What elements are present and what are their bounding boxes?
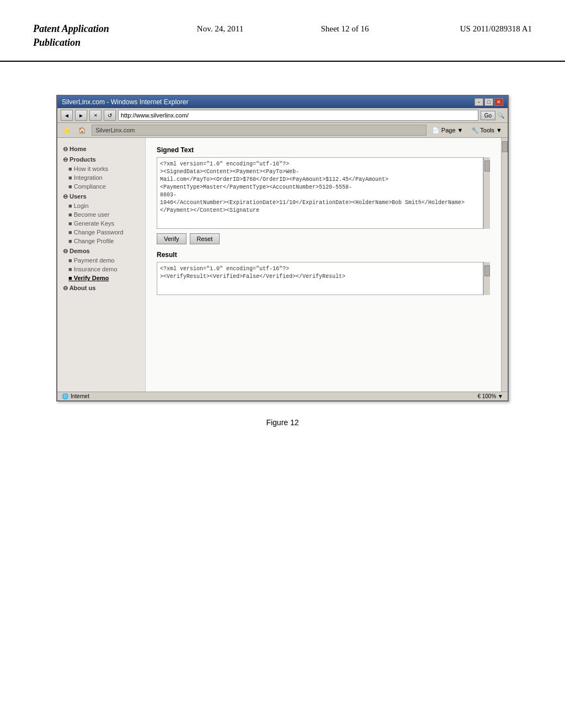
window-controls: − □ ✕ <box>475 98 503 106</box>
sidebar-item-how-it-works[interactable]: ■ How it works <box>57 164 145 173</box>
title-bar: SilverLinx.com - Windows Internet Explor… <box>57 96 508 108</box>
sidebar: ⊖ Home ⊖ Products ■ How it works ■ Integ… <box>57 138 146 392</box>
search-area: 🔍 <box>498 113 504 119</box>
result-text-area[interactable]: <?xml version="1.0" encoding="utf-16"?> … <box>157 262 483 295</box>
sidebar-item-change-profile[interactable]: ■ Change Profile <box>57 237 145 245</box>
sheet-info: Sheet 12 of 16 <box>282 22 407 34</box>
main-content: SilverLinx.com - Windows Internet Explor… <box>0 67 565 438</box>
sidebar-item-compliance[interactable]: ■ Compliance <box>57 182 145 191</box>
favorites-button[interactable]: ⭐ <box>61 126 73 135</box>
page-scroll-thumb[interactable] <box>502 141 508 152</box>
content-panel: Signed Text <?xml version="1.0" encoding… <box>146 138 501 392</box>
sidebar-item-generate-keys[interactable]: ■ Generate Keys <box>57 219 145 228</box>
page-body: ⊖ Home ⊖ Products ■ How it works ■ Integ… <box>57 138 508 392</box>
tab-label[interactable]: SilverLinx.com <box>92 125 427 136</box>
sidebar-section-users[interactable]: ⊖ Users <box>57 191 145 201</box>
scrollbar[interactable] <box>483 157 490 229</box>
sidebar-item-insurance-demo[interactable]: ■ Insurance demo <box>57 265 145 274</box>
status-internet-label: Internet <box>71 393 89 399</box>
back-button[interactable]: ◄ <box>61 110 73 121</box>
sidebar-item-become-user[interactable]: ■ Become user <box>57 210 145 219</box>
reset-button[interactable]: Reset <box>190 233 220 244</box>
minimize-button[interactable]: − <box>475 98 483 106</box>
result-scrollbar[interactable] <box>483 262 490 295</box>
sidebar-item-login[interactable]: ■ Login <box>57 201 145 210</box>
sidebar-item-change-password[interactable]: ■ Change Password <box>57 228 145 237</box>
refresh-button[interactable]: ↺ <box>104 110 116 121</box>
page-menu[interactable]: 📄 Page ▼ <box>430 126 466 135</box>
search-icon: 🔍 <box>498 113 504 119</box>
address-input[interactable] <box>118 110 478 121</box>
home-button[interactable]: 🏠 <box>76 126 88 135</box>
go-button[interactable]: Go <box>481 111 495 120</box>
signed-text-wrapper: <?xml version="1.0" encoding="utf-16"?> … <box>157 157 490 229</box>
sidebar-section-home[interactable]: ⊖ Home <box>57 143 145 154</box>
page-scrollbar[interactable] <box>501 138 508 392</box>
status-right: € 100% ▼ <box>477 393 503 399</box>
status-left: 🌐 Internet <box>62 393 89 399</box>
sidebar-section-about[interactable]: ⊖ About us <box>57 282 145 293</box>
status-bar: 🌐 Internet € 100% ▼ <box>57 392 508 400</box>
sidebar-item-payment-demo[interactable]: ■ Payment demo <box>57 256 145 265</box>
publication-date: Nov. 24, 2011 <box>158 22 282 34</box>
toolbar-row: ⭐ 🏠 SilverLinx.com 📄 Page ▼ 🔧 Tools ▼ <box>57 123 508 138</box>
sidebar-item-verify-demo[interactable]: ■ Verify Demo <box>57 274 145 282</box>
patent-title: Patent Application Publication <box>33 22 158 50</box>
sidebar-section-demos[interactable]: ⊖ Demos <box>57 245 145 256</box>
result-label: Result <box>157 251 490 259</box>
browser-window: SilverLinx.com - Windows Internet Explor… <box>56 95 509 402</box>
sidebar-section-products[interactable]: ⊖ Products <box>57 154 145 164</box>
close-button[interactable]: ✕ <box>494 98 503 106</box>
action-buttons: Verify Reset <box>157 233 490 244</box>
result-wrapper: <?xml version="1.0" encoding="utf-16"?> … <box>157 262 490 295</box>
maximize-button[interactable]: □ <box>484 98 493 106</box>
internet-icon: 🌐 <box>62 393 68 399</box>
figure-caption: Figure 12 <box>266 418 299 427</box>
forward-button[interactable]: ► <box>75 110 87 121</box>
page-header: Patent Application Publication Nov. 24, … <box>0 0 565 62</box>
verify-button[interactable]: Verify <box>157 233 186 244</box>
address-bar-row: ◄ ► ✕ ↺ Go 🔍 <box>57 108 508 123</box>
signed-text-label: Signed Text <box>157 146 490 154</box>
zoom-level[interactable]: € 100% ▼ <box>477 393 503 399</box>
browser-title: SilverLinx.com - Windows Internet Explor… <box>62 98 188 106</box>
patent-number: US 2011/0289318 A1 <box>407 22 532 34</box>
result-scroll-thumb[interactable] <box>484 265 490 276</box>
tools-menu[interactable]: 🔧 Tools ▼ <box>469 126 504 135</box>
signed-text-area[interactable]: <?xml version="1.0" encoding="utf-16"?> … <box>157 157 483 229</box>
stop-button[interactable]: ✕ <box>89 110 102 121</box>
scroll-thumb[interactable] <box>484 160 490 172</box>
sidebar-item-integration[interactable]: ■ Integration <box>57 173 145 182</box>
